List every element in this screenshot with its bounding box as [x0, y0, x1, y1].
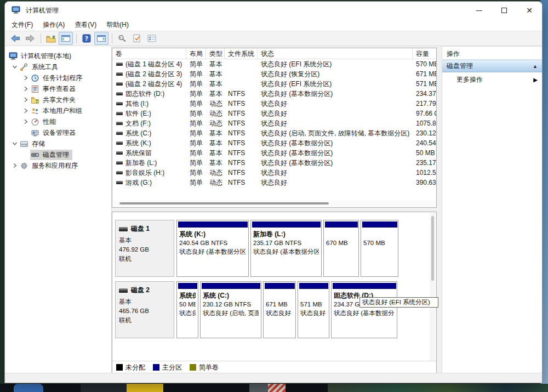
taskbar-app-icon-2[interactable] — [127, 384, 163, 392]
collapse-arrow-icon[interactable]: ▲ — [533, 64, 538, 69]
partition-1-2[interactable]: 671 MB状态良好 — [263, 281, 296, 338]
column-header-4[interactable]: 状态 — [258, 48, 413, 59]
partition-0-2[interactable]: 670 MB — [323, 220, 359, 277]
chevron-right-icon[interactable] — [10, 162, 19, 169]
back-icon[interactable] — [8, 32, 22, 45]
table-row[interactable]: (磁盘 2 磁盘分区 3)简单基本状态良好 (恢复分区)671 MB — [112, 69, 436, 79]
disk-management-group-header[interactable]: 磁盘管理 ▲ — [442, 60, 542, 72]
more-actions-item[interactable]: 更多操作 ▶ — [442, 72, 542, 87]
chevron-right-icon[interactable] — [21, 96, 30, 104]
console-tree-toggle-icon[interactable] — [59, 32, 73, 45]
table-row[interactable]: 软件 (E:)简单动态NTFS状态良好97.66 GB — [112, 109, 436, 118]
cell-0: 游戏 (G:) — [112, 178, 186, 188]
column-header-3[interactable]: 文件系统 — [225, 48, 258, 59]
cell-3: NTFS — [225, 129, 258, 137]
sidebar-item-7[interactable]: 设备管理器 — [5, 127, 111, 138]
partition-1-0[interactable]: 系统保留50 MB状态良好 — [176, 281, 198, 338]
disk-drive-icon — [119, 227, 128, 231]
horizontal-scrollbar-thumb[interactable] — [119, 202, 329, 204]
cell-2: 动态 — [206, 119, 225, 128]
close-button[interactable]: ✕ — [517, 2, 542, 19]
table-row[interactable]: 新加卷 (L:)简单基本NTFS状态良好 (基本数据分区)235.17 GB — [112, 158, 436, 168]
cell-5: 97.66 GB — [413, 110, 437, 117]
table-row[interactable]: 影音娱乐 (H:)简单动态NTFS状态良好1012.58 GB — [112, 168, 436, 178]
table-row[interactable]: (磁盘 2 磁盘分区 4)简单基本状态良好 (EFI 系统分区)571 MB — [112, 79, 436, 89]
minimize-button[interactable] — [466, 2, 492, 19]
check-disk-icon[interactable] — [130, 32, 144, 45]
partition-1-4[interactable]: 固态软件 (D:)234.37 GB NTFS状态良好 (基本数据分区) — [331, 281, 397, 338]
tree-item-content: 存储 — [19, 139, 48, 149]
taskbar-app-icon-3[interactable] — [249, 384, 268, 392]
computer-management-app-icon — [12, 6, 21, 15]
submenu-arrow-icon: ▶ — [533, 77, 538, 83]
device-manager-icon — [31, 129, 41, 137]
taskbar-app-icon-5[interactable] — [328, 384, 548, 392]
cell-5: 1012.58 GB — [413, 169, 437, 177]
properties-icon[interactable] — [145, 32, 159, 45]
sidebar-item-0[interactable]: 计算机管理(本地) — [5, 50, 111, 61]
taskbar-app-icon-1[interactable] — [81, 384, 127, 392]
column-header-0[interactable]: 卷 — [112, 48, 186, 59]
sidebar-item-4[interactable]: 共享文件夹 — [5, 94, 111, 105]
maximize-button[interactable] — [492, 2, 517, 19]
computer-icon — [9, 52, 19, 60]
sidebar-item-9[interactable]: 磁盘管理 — [5, 149, 111, 160]
table-row[interactable]: (磁盘 1 磁盘分区 4)简单基本状态良好 (EFI 系统分区)570 MB — [112, 59, 436, 69]
sidebar-item-1[interactable]: 系统工具 — [5, 61, 111, 72]
chevron-right-icon[interactable] — [21, 74, 30, 82]
column-header-2[interactable]: 类型 — [206, 48, 225, 59]
export-list-icon[interactable] — [44, 32, 58, 45]
partition-1-3[interactable]: 571 MB状态良好 — [298, 281, 329, 338]
primary-partition-bar — [333, 283, 396, 289]
chevron-down-icon[interactable] — [10, 63, 19, 71]
sidebar-item-2[interactable]: 任务计划程序 — [5, 72, 111, 83]
chevron-down-icon[interactable] — [10, 140, 19, 147]
chevron-right-icon[interactable] — [21, 118, 30, 126]
svg-text:?: ? — [85, 35, 88, 42]
tree-item-content: 设备管理器 — [30, 128, 79, 138]
disk-info-panel[interactable]: 磁盘 2基本465.76 GB联机 — [115, 281, 174, 338]
menu-item-3[interactable]: 帮助(H) — [102, 19, 133, 31]
vertical-scrollbar-thumb[interactable] — [431, 216, 434, 281]
rescan-disks-icon[interactable] — [115, 32, 129, 45]
column-header-5[interactable]: 容量 — [413, 48, 437, 59]
actions-pane: 操作 磁盘管理 ▲ 更多操作 ▶ — [442, 46, 543, 374]
sidebar-item-10[interactable]: 服务和应用程序 — [5, 160, 111, 171]
table-row[interactable]: 系统 (C:)简单基本NTFS状态良好 (启动, 页面文件, 故障转储, 基本数… — [112, 128, 436, 138]
table-row[interactable]: 其他 (I:)简单动态NTFS状态良好217.79 GB — [112, 99, 436, 109]
table-row[interactable]: 固态软件 (D:)简单基本NTFS状态良好 (基本数据分区)234.37 GB — [112, 89, 436, 99]
partition-0-0[interactable]: 系统 (K:)240.54 GB NTFS状态良好 (基本数据分区) — [176, 220, 249, 277]
disk-info-panel[interactable]: 磁盘 1基本476.92 GB联机 — [115, 220, 174, 277]
sidebar-item-8[interactable]: 存储 — [5, 138, 111, 149]
menu-item-0[interactable]: 文件(F) — [7, 19, 37, 31]
taskbar-app-icon-4[interactable] — [268, 384, 286, 392]
desktop: { "window": { "title": "计算机管理" }, "menu"… — [0, 0, 548, 392]
horizontal-scrollbar[interactable] — [113, 200, 436, 207]
partition-0-1[interactable]: 新加卷 (L:)235.17 GB NTFS状态良好 (基本数据分区) — [250, 220, 322, 277]
table-row[interactable]: 文档 (F:)简单动态NTFS状态良好1075.86 GB — [112, 118, 436, 128]
action-pane-toggle-icon[interactable] — [94, 32, 109, 45]
chevron-right-icon[interactable] — [21, 85, 30, 93]
help-icon[interactable]: ? — [79, 32, 94, 45]
taskbar[interactable] — [0, 384, 548, 392]
table-row[interactable]: 系统 (K:)简单基本NTFS状态良好 (基本数据分区)240.54 GB — [112, 138, 436, 148]
sidebar-item-5[interactable]: 本地用户和组 — [5, 105, 111, 116]
title-bar[interactable]: 计算机管理 ✕ — [5, 2, 542, 19]
menu-item-2[interactable]: 查看(V) — [70, 19, 101, 31]
table-row[interactable]: 系统保留简单基本NTFS状态良好 (基本数据分区)50 MB — [112, 148, 436, 158]
sidebar-item-3[interactable]: 事件查看器 — [5, 83, 111, 94]
column-header-1[interactable]: 布局 — [186, 48, 206, 59]
menu-item-1[interactable]: 操作(A) — [38, 19, 69, 31]
chevron-right-icon[interactable] — [21, 107, 30, 115]
vertical-scrollbar[interactable] — [430, 213, 436, 361]
partition-0-3[interactable]: 570 MB — [361, 220, 398, 277]
disk-type: 基本 — [119, 236, 170, 245]
cell-5: 50 MB — [413, 149, 437, 157]
cell-3: NTFS — [225, 90, 258, 98]
taskbar-app-icon-0[interactable] — [14, 384, 43, 392]
partition-1-1[interactable]: 系统 (C:)230.12 GB NTFS状态良好 (启动, 页面文件, 故障转… — [200, 281, 261, 338]
volume-name: (磁盘 1 磁盘分区 4) — [125, 60, 182, 69]
sidebar-item-6[interactable]: 性能 — [5, 116, 111, 127]
forward-icon[interactable] — [23, 32, 37, 45]
table-row[interactable]: 游戏 (G:)简单动态NTFS状态良好390.63 GB — [112, 178, 436, 188]
